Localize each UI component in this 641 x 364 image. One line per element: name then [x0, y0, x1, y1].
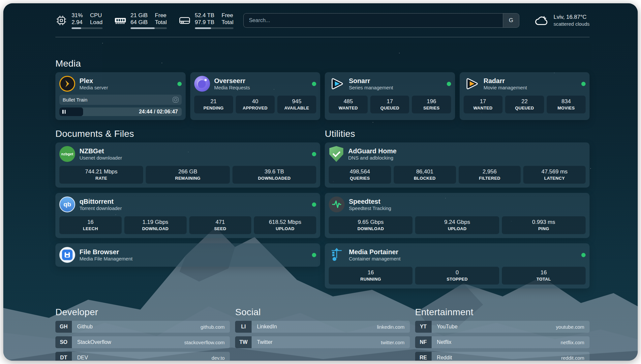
stat-value: 1.19 Gbps — [126, 219, 185, 226]
memory-total-label: Total — [155, 19, 167, 26]
bookmark-stackoverflow[interactable]: SO StackOverflow stackoverflow.com — [55, 336, 230, 348]
adguard-icon — [329, 146, 344, 162]
app-card-adguard[interactable]: AdGuard Home DNS and adblocking 498,564 … — [325, 142, 590, 188]
bookmark-name: Netflix — [437, 339, 451, 345]
stat-filtered: 2,956 FILTERED — [459, 166, 521, 184]
app-card-speedtest[interactable]: Speedtest Speedtest Tracking 9.65 Gbps D… — [325, 193, 590, 238]
cpu-usage-value: 31% — [72, 12, 83, 19]
topbar: 31% 2.94 CPU Load — [55, 11, 590, 30]
bookmark-github[interactable]: GH Github github.com — [55, 321, 230, 333]
bookmark-abbr: NF — [415, 336, 432, 348]
status-dot — [581, 253, 586, 257]
search-input[interactable] — [244, 14, 503, 27]
bookmark-name: Github — [77, 324, 93, 330]
stat-total: 16 TOTAL — [502, 267, 586, 285]
app-card-portainer[interactable]: Media Portainer Container management 16 … — [325, 243, 590, 288]
documents-section-title: Documents & Files — [55, 129, 320, 139]
stat-remaining: 266 GB REMAINING — [146, 166, 229, 184]
app-card-sonarr[interactable]: Sonarr Series management 485 WANTED 17 Q… — [325, 72, 455, 120]
stat-available: 945 AVAILABLE — [277, 96, 316, 113]
app-card-overseerr[interactable]: Overseerr Media Requests 21 PENDING 40 A… — [190, 72, 320, 120]
qbittorrent-icon: qb — [59, 197, 75, 212]
stat-label: RUNNING — [330, 277, 411, 282]
stat-label: RATE — [61, 176, 142, 181]
app-card-plex[interactable]: Plex Media server Bullet Train — [55, 72, 186, 120]
app-card-qbittorrent[interactable]: qb qBittorrent Torrent downloader 16 LEE… — [55, 193, 320, 238]
bookmark-name: StackOverflow — [77, 339, 111, 345]
stat-label: DOWNLOADED — [234, 176, 315, 181]
stat-value: 16 — [503, 269, 584, 276]
weather-location-temp: Lviv, 16.87°C — [554, 14, 590, 21]
stat-upload: 618.52 Mbps UPLOAD — [254, 216, 316, 234]
stat-download: 1.19 Gbps DOWNLOAD — [124, 216, 187, 234]
bookmark-name: DEV — [77, 355, 88, 361]
bookmark-reddit[interactable]: RE Reddit reddit.com — [415, 352, 590, 361]
system-widgets: 31% 2.94 CPU Load — [55, 12, 233, 29]
cpu-label: CPU — [90, 12, 103, 19]
stat-value: 21 — [196, 98, 232, 105]
stat-value: 834 — [548, 98, 584, 105]
stat-value: 2,956 — [460, 168, 520, 175]
playback-progress-bar: 24:44 / 02:06:47 — [59, 107, 182, 116]
stat-label: UPLOAD — [416, 226, 498, 231]
bookmark-twitter[interactable]: TW Twitter twitter.com — [235, 336, 410, 348]
stat-value: 17 — [465, 98, 501, 105]
stat-movies: 834 MOVIES — [547, 96, 586, 113]
app-description: Media File Management — [79, 256, 133, 262]
stat-value: 196 — [413, 98, 449, 105]
search-engine-button[interactable]: G — [503, 14, 519, 27]
app-name: Plex — [79, 77, 108, 85]
stat-value: 22 — [506, 98, 543, 105]
developer-section-title: Developer — [55, 307, 230, 318]
stat-value: 0 — [416, 269, 498, 276]
memory-widget: 21 GiB 64 GiB Free Total — [114, 12, 167, 29]
stat-label: APPROVED — [237, 106, 273, 110]
stat-label: FILTERED — [460, 176, 520, 181]
app-name: Overseerr — [214, 77, 250, 85]
plex-icon — [59, 76, 75, 92]
stat-value: 47.569 ms — [525, 168, 584, 175]
stat-label: QUERIES — [330, 176, 390, 181]
stat-queries: 498,564 QUERIES — [329, 166, 391, 184]
social-section-title: Social — [235, 307, 410, 318]
stat-label: PENDING — [196, 106, 232, 110]
bookmark-netflix[interactable]: NF Netflix netflix.com — [415, 336, 590, 348]
stat-label: AVAILABLE — [279, 106, 315, 110]
bookmarks-entertainment: Entertainment YT YouTube youtube.com NF … — [415, 307, 590, 361]
status-dot — [312, 152, 316, 156]
stats-row: 485 WANTED 17 QUEUED 196 SERIES — [329, 96, 451, 113]
bookmark-linkedin[interactable]: LI LinkedIn linkedin.com — [235, 321, 410, 333]
stat-value: 40 — [237, 98, 273, 105]
app-name: Speedtest — [349, 197, 391, 205]
disk-total-value: 97.9 TB — [195, 19, 214, 26]
stat-value: 945 — [279, 98, 315, 105]
cloud-icon — [534, 13, 549, 28]
stat-label: DOWNLOAD — [330, 226, 411, 231]
filebrowser-icon — [59, 247, 75, 263]
stat-label: LEECH — [61, 226, 120, 231]
bookmark-dev[interactable]: DT DEV dev.to — [55, 352, 230, 361]
stat-label: QUEUED — [372, 106, 408, 110]
portainer-icon — [329, 247, 345, 263]
bookmark-url: youtube.com — [556, 324, 584, 330]
bookmark-abbr: TW — [235, 336, 252, 348]
section-media: Media Plex Me — [55, 58, 590, 120]
stat-pending: 21 PENDING — [194, 96, 233, 113]
stat-label: PING — [503, 226, 584, 231]
nzbget-icon-text: nzbget — [61, 152, 74, 156]
stat-running: 16 RUNNING — [329, 267, 412, 285]
stat-approved: 40 APPROVED — [236, 96, 275, 113]
cpu-load-label: Load — [90, 19, 103, 26]
stat-wanted: 17 WANTED — [464, 96, 503, 113]
stat-label: SEED — [191, 226, 250, 231]
entertainment-section-title: Entertainment — [415, 307, 590, 318]
bookmark-youtube[interactable]: YT YouTube youtube.com — [415, 321, 590, 333]
app-card-nzbget[interactable]: nzbget NZBGet Usenet downloader 744.21 M… — [55, 142, 320, 188]
stat-label: REMAINING — [147, 176, 228, 181]
bookmark-url: github.com — [200, 324, 225, 330]
app-card-radarr[interactable]: Radarr Movie management 17 WANTED 22 QUE… — [460, 72, 590, 120]
stat-ping: 0.993 ms PING — [502, 216, 586, 234]
app-description: Container management — [349, 256, 401, 262]
app-card-filebrowser[interactable]: File Browser Media File Management — [55, 243, 320, 267]
stat-download: 9.65 Gbps DOWNLOAD — [329, 216, 412, 234]
